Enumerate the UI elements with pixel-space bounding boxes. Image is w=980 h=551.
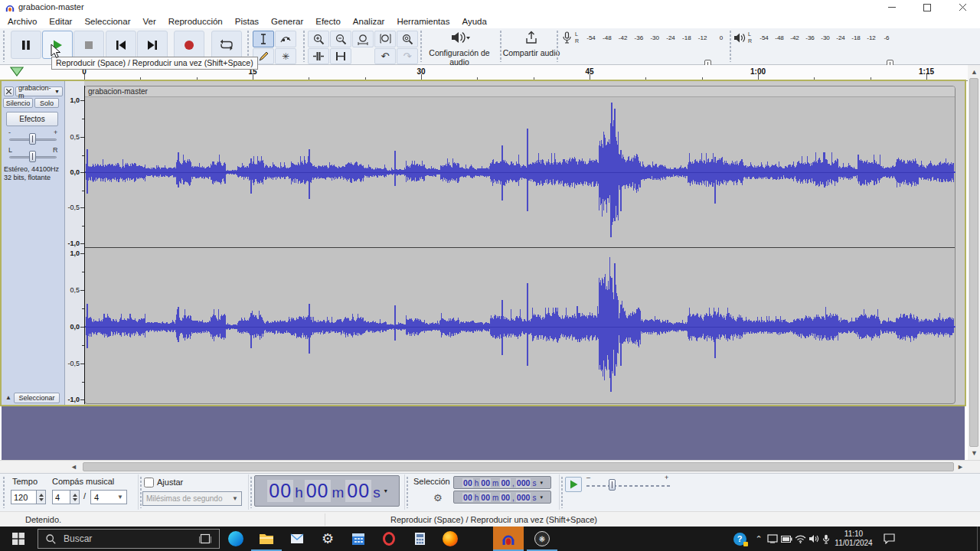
edit-grip[interactable] xyxy=(302,30,306,62)
tray-help-button[interactable]: ? xyxy=(729,527,750,551)
menu-item-reproducción[interactable]: Reproducción xyxy=(162,15,229,28)
scroll-up-icon[interactable]: ▲ xyxy=(971,68,978,76)
taskbar-firefox-button[interactable] xyxy=(435,527,466,551)
time-display[interactable]: 00 h 00 m 00 s ▾ xyxy=(254,475,400,507)
search-input[interactable] xyxy=(62,533,195,545)
scroll-right-icon[interactable]: ► xyxy=(957,463,964,471)
show-desktop-button[interactable] xyxy=(977,527,980,551)
play-at-speed-button[interactable] xyxy=(565,477,582,492)
selection-settings-gear-icon[interactable]: ⚙ xyxy=(433,492,443,504)
mute-button[interactable]: Silencio xyxy=(3,98,33,108)
snap-mode-select[interactable]: Milésimas de segundo ▼ xyxy=(142,491,242,506)
vertical-scroll-thumb[interactable] xyxy=(969,78,978,447)
taskbar-explorer-button[interactable] xyxy=(251,527,282,551)
taskbar-calendar-button[interactable] xyxy=(343,527,374,551)
gain-slider-handle[interactable] xyxy=(29,133,36,145)
zoom-selection-button[interactable] xyxy=(352,31,374,47)
track-collapse-icon[interactable]: ▲ xyxy=(5,394,11,401)
timesig-lower-select[interactable]: 4 ▼ xyxy=(90,490,127,504)
taskbar-mail-button[interactable] xyxy=(282,527,312,551)
loop-button[interactable] xyxy=(211,31,242,59)
tempo-spinner[interactable] xyxy=(36,490,46,504)
effects-button[interactable]: Efectos xyxy=(6,112,58,126)
undo-button[interactable]: ↶ xyxy=(374,48,396,64)
menu-item-ayuda[interactable]: Ayuda xyxy=(456,15,492,28)
menu-item-archivo[interactable]: Archivo xyxy=(2,15,43,28)
recording-meter[interactable]: L R -54-48-42-36-30-24-18-120 xyxy=(560,29,727,47)
menu-item-analizar[interactable]: Analizar xyxy=(347,15,391,28)
scroll-down-icon[interactable]: ▼ xyxy=(971,449,978,457)
menu-item-generar[interactable]: Generar xyxy=(265,15,309,28)
minimize-button[interactable] xyxy=(874,0,910,15)
selection-tool-button[interactable] xyxy=(253,31,274,47)
speed-slider-handle[interactable] xyxy=(609,479,616,491)
restore-button[interactable] xyxy=(910,0,945,15)
play-speed-grip[interactable] xyxy=(560,476,564,508)
taskbar-audacity-button[interactable] xyxy=(493,527,524,551)
trim-outside-selection-button[interactable] xyxy=(308,48,329,64)
skip-to-end-button[interactable] xyxy=(137,31,168,59)
selection-start-field[interactable]: 00 h 00 m 00,000 s ▾ xyxy=(453,476,551,489)
pan-slider-handle[interactable] xyxy=(29,151,36,162)
selection-grip[interactable] xyxy=(406,476,410,508)
envelope-tool-button[interactable] xyxy=(275,31,296,47)
menu-item-efecto[interactable]: Efecto xyxy=(309,15,347,28)
zoom-in-button[interactable] xyxy=(308,31,329,47)
menu-item-herramientas[interactable]: Herramientas xyxy=(390,15,456,28)
taskbar-clock[interactable]: 11:10 11/01/2024 xyxy=(831,530,877,548)
transport-grip[interactable] xyxy=(2,30,6,62)
track-name-button[interactable]: grabacion-m ▼ xyxy=(15,86,63,96)
horizontal-scroll-thumb[interactable] xyxy=(83,462,954,471)
time-signature-grip[interactable] xyxy=(2,476,6,508)
zoom-out-button[interactable] xyxy=(330,31,351,47)
task-view-button[interactable] xyxy=(190,527,220,551)
track-select-button[interactable]: Seleccionar xyxy=(14,393,60,403)
vertical-scrollbar[interactable]: ▲ ▼ xyxy=(968,65,980,460)
menu-item-ver[interactable]: Ver xyxy=(137,15,162,28)
menu-item-seleccionar[interactable]: Seleccionar xyxy=(78,15,136,28)
close-button[interactable] xyxy=(945,0,980,15)
scroll-left-icon[interactable]: ◄ xyxy=(70,463,77,471)
share-audio-button[interactable]: Compartir audio xyxy=(502,30,560,63)
taskbar-calculator-button[interactable] xyxy=(404,527,435,551)
speed-slider[interactable] xyxy=(586,485,671,487)
multi-tool-button[interactable]: ✳ xyxy=(275,48,296,64)
tempo-input[interactable] xyxy=(11,490,37,504)
playback-meter[interactable]: L R -54-48-42-36-30-24-18-12-6 xyxy=(733,29,900,47)
snap-checkbox[interactable] xyxy=(144,478,154,487)
taskbar-obs-button[interactable]: ❋ xyxy=(527,527,557,551)
taskbar-settings-button[interactable]: ⚙ xyxy=(312,527,343,551)
playback-meter-grip[interactable] xyxy=(729,30,733,62)
menu-item-editar[interactable]: Editar xyxy=(43,15,78,28)
zoom-fit-project-button[interactable] xyxy=(374,31,396,47)
taskbar-edge-button[interactable] xyxy=(220,527,251,551)
skip-to-start-button[interactable] xyxy=(106,31,136,59)
solo-button[interactable]: Solo xyxy=(34,98,59,108)
zoom-toggle-button[interactable] xyxy=(397,31,418,47)
time-digits: 000 xyxy=(516,478,531,487)
tray-device-button[interactable] xyxy=(766,527,779,551)
tray-expand-button[interactable]: ⌃ xyxy=(752,527,766,551)
tray-wifi-button[interactable] xyxy=(793,527,807,551)
tray-battery-button[interactable] xyxy=(779,527,793,551)
action-center-button[interactable] xyxy=(879,527,899,551)
start-button[interactable] xyxy=(0,527,37,551)
record-meter-grip[interactable] xyxy=(556,30,560,62)
selection-end-field[interactable]: 00 h 00 m 00,000 s ▾ xyxy=(453,491,551,504)
waveform-clip[interactable] xyxy=(84,86,956,404)
menu-item-pistas[interactable]: Pistas xyxy=(229,15,265,28)
horizontal-scrollbar[interactable]: ◄ ► xyxy=(0,460,980,473)
audio-setup-button[interactable]: Configuración de audio xyxy=(423,30,496,63)
redo-button[interactable]: ↷ xyxy=(397,48,418,64)
silence-selection-button[interactable] xyxy=(330,48,351,64)
timesig-upper-input[interactable] xyxy=(52,490,70,504)
stop-button[interactable] xyxy=(74,31,104,59)
time-grip[interactable] xyxy=(250,476,253,508)
track-close-button[interactable] xyxy=(4,86,14,96)
clip-title[interactable]: grabacion-master xyxy=(85,86,955,97)
pause-button[interactable] xyxy=(11,31,41,59)
taskbar-opera-button[interactable] xyxy=(374,527,404,551)
record-button[interactable] xyxy=(174,31,204,59)
loop-region-indicator-icon[interactable] xyxy=(10,67,24,77)
timesig-spinner[interactable] xyxy=(70,490,80,504)
